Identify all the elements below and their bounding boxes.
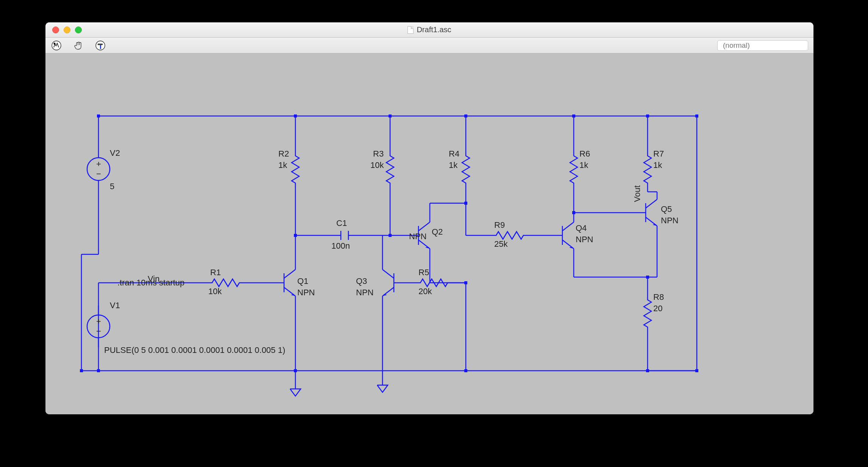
- label-R4-name[interactable]: R4: [449, 149, 459, 158]
- svg-rect-78: [464, 114, 467, 118]
- svg-rect-84: [464, 202, 467, 205]
- run-icon: [52, 41, 61, 50]
- label-R2-value[interactable]: 1k: [278, 160, 287, 170]
- component-V2[interactable]: [87, 148, 110, 190]
- label-Q2-type[interactable]: NPN: [409, 232, 426, 241]
- schematic-canvas[interactable]: + − V2 5: [45, 53, 813, 414]
- svg-rect-75: [97, 114, 100, 118]
- svg-rect-82: [294, 234, 297, 237]
- toolbar: [45, 38, 813, 53]
- component-R4[interactable]: [462, 152, 470, 187]
- label-R8-name[interactable]: R8: [653, 292, 664, 302]
- svg-rect-81: [695, 114, 698, 118]
- label-R2-name[interactable]: R2: [278, 149, 289, 158]
- label-R3-value[interactable]: 10k: [370, 160, 384, 170]
- label-V2-value[interactable]: 5: [110, 182, 114, 191]
- window-controls: [45, 27, 82, 33]
- svg-rect-91: [646, 369, 649, 372]
- label-V2-name[interactable]: V2: [110, 148, 120, 158]
- label-Vout[interactable]: Vout: [632, 185, 642, 202]
- svg-rect-89: [294, 369, 297, 372]
- svg-rect-77: [389, 114, 392, 118]
- label-Q4-type[interactable]: NPN: [576, 235, 593, 244]
- label-Q2-name[interactable]: Q2: [432, 227, 443, 237]
- svg-rect-87: [80, 369, 83, 372]
- component-V1[interactable]: [87, 306, 110, 347]
- label-C1-value[interactable]: 100n: [331, 241, 350, 251]
- svg-rect-76: [294, 114, 297, 118]
- document-icon: [407, 26, 414, 34]
- label-R8-value[interactable]: 20: [653, 304, 662, 313]
- svg-rect-80: [646, 114, 649, 118]
- window-title: Draft1.asc: [45, 25, 813, 34]
- label-Q1-name[interactable]: Q1: [297, 276, 308, 286]
- label-R6-name[interactable]: R6: [579, 149, 590, 158]
- search-input[interactable]: [723, 41, 813, 50]
- label-Vin[interactable]: Vin: [148, 274, 159, 284]
- label-R4-value[interactable]: 1k: [449, 160, 458, 170]
- svg-rect-88: [97, 369, 100, 372]
- titlebar[interactable]: Draft1.asc: [45, 22, 813, 38]
- label-R9-value[interactable]: 25k: [494, 239, 508, 249]
- svg-point-1: [54, 42, 56, 44]
- run-button[interactable]: [51, 40, 62, 51]
- label-V1-value[interactable]: PULSE(0 5 0.001 0.0001 0.0001 0.0001 0.0…: [104, 345, 285, 355]
- label-R6-value[interactable]: 1k: [579, 160, 589, 170]
- component-R9[interactable]: [492, 232, 527, 239]
- close-button[interactable]: [52, 27, 59, 33]
- svg-rect-85: [572, 211, 575, 214]
- title-text: Draft1.asc: [417, 25, 451, 34]
- component-R6[interactable]: [570, 152, 578, 187]
- svg-rect-79: [572, 114, 575, 118]
- pan-button[interactable]: [73, 40, 84, 51]
- zoom-button[interactable]: [75, 27, 82, 33]
- label-R9-name[interactable]: R9: [494, 220, 505, 230]
- svg-rect-90: [464, 369, 467, 372]
- svg-rect-86: [646, 276, 649, 279]
- label-Q3-name[interactable]: Q3: [356, 276, 367, 286]
- component-R1[interactable]: [208, 279, 243, 287]
- ground-q1: [290, 383, 301, 396]
- label-Q4-name[interactable]: Q4: [576, 223, 587, 233]
- label-Q3-type[interactable]: NPN: [356, 288, 373, 297]
- label-R5-name[interactable]: R5: [418, 268, 429, 277]
- component-Q3[interactable]: [382, 262, 403, 304]
- label-R7-value[interactable]: 1k: [653, 160, 662, 170]
- component-R7[interactable]: [644, 152, 651, 187]
- component-R2[interactable]: [292, 152, 299, 187]
- label-R5-value[interactable]: 20k: [418, 287, 432, 296]
- search-box[interactable]: [717, 40, 808, 51]
- component-Q4[interactable]: [553, 215, 574, 256]
- label-R1-name[interactable]: R1: [210, 268, 221, 277]
- component-R8[interactable]: [644, 296, 651, 331]
- hammer-icon: [95, 41, 105, 50]
- label-R3-name[interactable]: R3: [373, 149, 384, 158]
- label-Q1-type[interactable]: NPN: [297, 288, 315, 297]
- svg-rect-92: [695, 369, 698, 372]
- label-C1-name[interactable]: C1: [336, 218, 347, 228]
- ground-q3: [377, 379, 388, 392]
- component-Q1[interactable]: [275, 262, 295, 304]
- svg-rect-3: [100, 45, 101, 49]
- hand-icon: [73, 41, 83, 50]
- label-Q5-type[interactable]: NPN: [661, 216, 678, 225]
- label-R7-name[interactable]: R7: [653, 149, 664, 158]
- label-R1-value[interactable]: 10k: [208, 287, 222, 296]
- schematic-svg: + − V2 5: [45, 53, 813, 414]
- label-Q5-name[interactable]: Q5: [661, 204, 672, 214]
- minimize-button[interactable]: [64, 27, 70, 33]
- svg-rect-83: [389, 234, 392, 237]
- label-V1-name[interactable]: V1: [110, 301, 120, 310]
- svg-rect-57: [464, 281, 467, 284]
- settings-button[interactable]: [95, 40, 106, 51]
- component-R3[interactable]: [386, 152, 394, 187]
- app-window: Draft1.asc: [45, 22, 813, 414]
